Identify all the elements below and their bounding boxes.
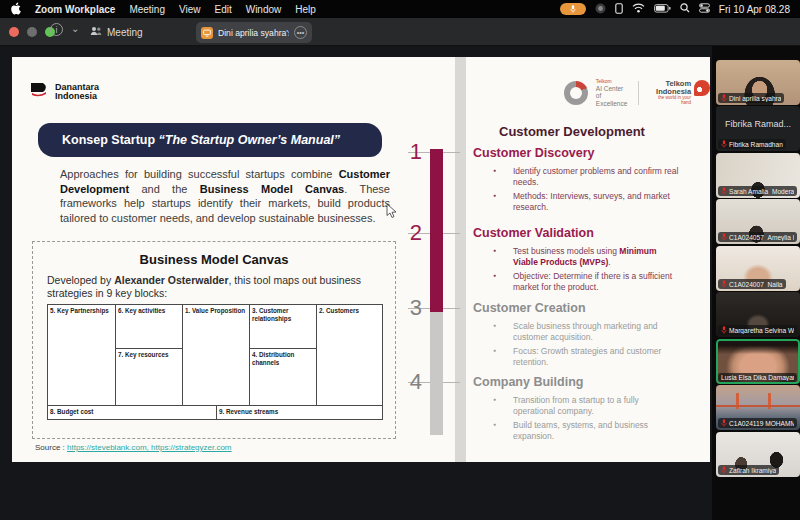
search-icon[interactable] (680, 3, 690, 15)
bmc-cell-key-partnerships: 5. Key Partnerships (48, 305, 115, 405)
cd-section-title: Customer Creation (473, 301, 705, 315)
shared-screen-slide: Danantara Indonesia Telkom AI Center of … (12, 57, 710, 462)
screen: Zoom Workplace Meeting View Edit Window … (0, 0, 800, 520)
danantara-logo-icon (30, 81, 50, 103)
muted-mic-icon (721, 233, 727, 241)
menu-item-meeting[interactable]: Meeting (129, 4, 165, 15)
cd-section-validation: Customer Validation Test business models… (473, 226, 705, 296)
bmc-cell-revenue-streams: 9. Revenue streams (216, 405, 382, 419)
participants-panel: Dini aprilia syahra Fibrika Ramad... Fib… (712, 46, 800, 520)
bmc-table: 5. Key Partnerships 6. Key activities 7.… (47, 304, 383, 420)
participant-tile[interactable]: C1A024057_Ameylia Fa... (716, 199, 800, 244)
muted-mic-icon (721, 140, 727, 148)
info-icon[interactable]: i (50, 23, 63, 36)
apple-icon[interactable] (10, 2, 21, 17)
participant-tile[interactable]: Fibrika Ramad... Fibrika Ramadhan (716, 106, 800, 151)
cd-bullet: Test business models using Minimum Viabl… (513, 246, 681, 269)
danantara-logo: Danantara Indonesia (30, 81, 99, 103)
participant-name-label: C1A024119 MOHAMMA... (718, 418, 797, 428)
intro-paragraph: Approaches for building successful start… (60, 167, 390, 225)
bmc-box: Business Model Canvas Developed by Alexa… (32, 241, 396, 439)
participant-tile[interactable]: C1A024007_Naila (716, 246, 800, 291)
step-number-3: 3 (390, 297, 422, 319)
status-circle-icon[interactable] (595, 3, 606, 16)
cd-bullet: Scale business through marketing and cus… (513, 321, 681, 344)
bmc-description: Developed by Alexander Osterwalder, this… (47, 274, 383, 300)
participant-name-label: Sarah Amalia_Moderator (718, 186, 797, 196)
muted-mic-icon (721, 326, 727, 334)
participant-name-label: Lusia Elsa Dika Damayanty (718, 373, 797, 382)
participant-tile[interactable]: Margaretha Selvina W... (716, 292, 800, 337)
participant-name-label: C1A024007_Naila (718, 279, 786, 289)
cd-section-discovery: Customer Discovery Identify customer pro… (473, 146, 705, 216)
menu-item-view[interactable]: View (179, 4, 201, 15)
participant-name-label: Fibrika Ramadhan (718, 139, 786, 149)
screen-share-icon (201, 27, 213, 39)
aicoe-logo-icon (564, 81, 588, 105)
telkom-logo-icon (694, 80, 710, 96)
meeting-people-icon (90, 26, 102, 38)
customer-development-heading: Customer Development (472, 124, 672, 139)
participant-name-label: Dini aprilia syahra (718, 93, 784, 103)
participant-tile-speaking[interactable]: Lusia Elsa Dika Damayanty (716, 339, 800, 384)
slide-title: Konsep Startup (62, 133, 159, 147)
cd-bullet: Build teams, systems, and business expan… (513, 420, 681, 443)
participant-name-label: Zafirah Ikramiya (718, 465, 779, 475)
slide-title-banner: Konsep Startup “The Startup Owner’s Manu… (38, 123, 382, 157)
cd-bullet: Methods: Interviews, surveys, and market… (513, 191, 681, 214)
step-number-4: 4 (390, 371, 422, 393)
battery-icon[interactable] (654, 4, 671, 15)
page-gutter (455, 57, 466, 462)
muted-mic-icon (721, 94, 727, 102)
mic-in-use-icon[interactable] (560, 3, 586, 15)
bmc-cell-value-proposition: 1. Value Proposition (182, 305, 249, 405)
window-meeting-label[interactable]: Meeting (90, 26, 143, 38)
muted-mic-icon (721, 280, 727, 288)
menu-item-window[interactable]: Window (246, 4, 282, 15)
cd-bullet: Focus: Growth strategies and customer re… (513, 346, 681, 369)
cd-bullet: Objective: Determine if there is a suffi… (513, 271, 681, 294)
bmc-cell-key-activities: 6. Key activities (115, 305, 182, 348)
source-line: Source : https://steveblank.com, https:/… (35, 443, 232, 452)
participant-name-label: Margaretha Selvina W... (718, 325, 797, 335)
timeline-bar-active (430, 149, 443, 312)
cd-section-company-building: Company Building Transition from a start… (473, 375, 705, 445)
cd-bullet: Transition from a startup to a fully ope… (513, 395, 681, 418)
minimize-button[interactable] (27, 27, 37, 37)
muted-mic-icon (721, 419, 727, 427)
participant-tile[interactable]: Zafirah Ikramiya (716, 432, 800, 477)
aicoe-logo-text: Telkom AI Center of Excellence (596, 79, 630, 107)
step-number-1: 1 (390, 141, 422, 163)
participant-tile[interactable]: C1A024119 MOHAMMA... (716, 385, 800, 430)
telkom-logo: Telkom Indonesia the world in your hand (647, 80, 710, 106)
mouse-cursor (386, 203, 397, 223)
participant-tile[interactable]: Sarah Amalia_Moderator (716, 153, 800, 198)
step-number-2: 2 (390, 222, 422, 244)
close-button[interactable] (9, 27, 19, 37)
more-options-icon[interactable]: ••• (294, 26, 307, 39)
control-center-icon[interactable] (699, 3, 710, 15)
wifi-icon[interactable] (632, 3, 645, 15)
menu-bar: Zoom Workplace Meeting View Edit Window … (0, 0, 800, 18)
bmc-cell-customer-relationships: 3. Customer relationships (249, 305, 316, 348)
cd-section-creation: Customer Creation Scale business through… (473, 301, 705, 371)
source-links[interactable]: https://steveblank.com, https://strategy… (67, 443, 232, 452)
video-off-name: Fibrika Ramad... (716, 119, 800, 129)
display-status-icon[interactable] (615, 3, 623, 16)
menu-app-name[interactable]: Zoom Workplace (35, 4, 115, 15)
menu-item-edit[interactable]: Edit (214, 4, 231, 15)
bmc-cell-key-resources: 7. Key resources (115, 348, 182, 405)
cd-bullet: Identify customer problems and confirm r… (513, 166, 681, 189)
menu-item-help[interactable]: Help (295, 4, 316, 15)
cd-section-title: Customer Discovery (473, 146, 705, 160)
tab-shared-screen[interactable]: Dini aprilia syahra's screen ••• (196, 22, 312, 43)
chevron-down-icon[interactable]: ⌄ (71, 23, 79, 34)
cd-section-title: Company Building (473, 375, 705, 389)
bmc-cell-distribution-channels: 4. Distribution channels (249, 348, 316, 405)
participant-tile[interactable]: Dini aprilia syahra (716, 60, 800, 105)
timeline-bar-inactive (430, 312, 443, 435)
tab-label: Dini aprilia syahra's screen (218, 28, 289, 38)
danantara-text-2: Indonesia (55, 91, 97, 101)
menu-clock[interactable]: Fri 10 Apr 08.28 (719, 4, 790, 15)
virtual-background-bridge (716, 405, 800, 407)
